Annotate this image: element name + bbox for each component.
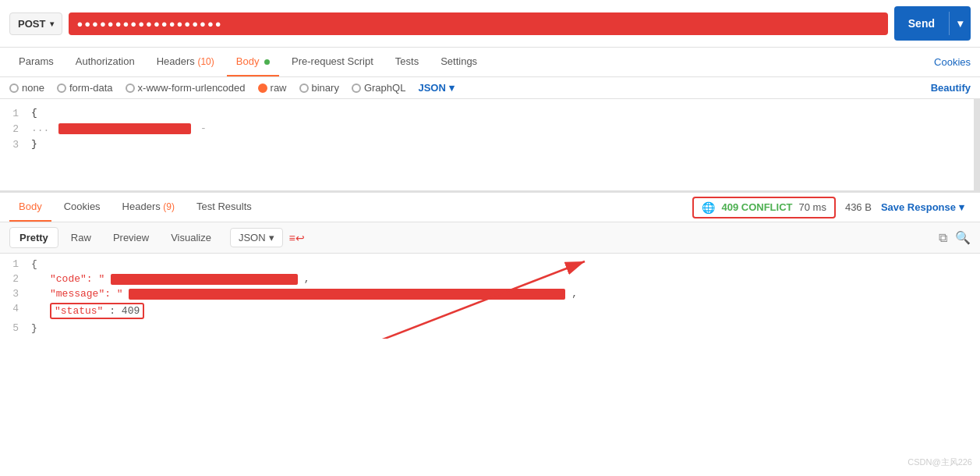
req-code-3: } (31, 138, 980, 150)
req-code-1: { (31, 107, 980, 119)
body-type-formdata[interactable]: form-data (57, 82, 113, 94)
resp-linenum-2: 2 (0, 273, 31, 285)
resp-tab-cookies[interactable]: Cookies (55, 193, 110, 222)
req-line-1: 1 { (0, 105, 980, 121)
response-body-code: 1 { 2 "code": " , 3 "message": " , (0, 254, 980, 339)
resp-message-redacted (129, 289, 565, 300)
body-type-graphql[interactable]: GraphQL (352, 82, 405, 94)
response-view-bar: Pretty Raw Preview Visualize JSON ▾ ≡↩ ⧉… (0, 222, 980, 254)
resp-line-3: 3 "message": " , (0, 286, 980, 301)
url-input[interactable] (69, 12, 887, 35)
request-code-inner: 1 { 2 ... - 3 } (0, 99, 980, 158)
body-type-binary[interactable]: binary (299, 82, 339, 94)
tab-prerequest[interactable]: Pre-request Script (282, 48, 383, 76)
resp-line-1: 1 { (0, 257, 980, 272)
radio-none-icon (9, 83, 19, 93)
resp-tab-body[interactable]: Body (9, 193, 51, 222)
globe-icon: 🌐 (702, 201, 715, 214)
tab-tests[interactable]: Tests (386, 48, 428, 76)
main-container: POST ▾ Send ▾ Params Authorization Heade… (0, 0, 980, 476)
body-active-dot (264, 59, 270, 65)
resp-tab-headers[interactable]: Headers (9) (113, 193, 184, 222)
response-size: 436 B (845, 201, 872, 213)
resp-code-5: } (31, 322, 980, 334)
resp-code-redacted (111, 274, 298, 285)
radio-graphql-icon (352, 83, 361, 93)
send-label: Send (894, 12, 949, 35)
url-bar: POST ▾ Send ▾ (0, 0, 980, 48)
response-section: Body Cookies Headers (9) Test Results 🌐 … (0, 193, 980, 339)
filter-icon[interactable]: ≡↩ (289, 232, 305, 244)
request-tabs: Params Authorization Headers (10) Body P… (0, 48, 980, 77)
search-icon[interactable]: 🔍 (955, 230, 971, 245)
resp-linenum-5: 5 (0, 322, 31, 334)
resp-code-3: "message": " , (31, 288, 980, 300)
response-tabs-bar: Body Cookies Headers (9) Test Results 🌐 … (0, 193, 980, 222)
radio-raw-icon (258, 83, 267, 93)
resp-format-chevron-icon: ▾ (269, 232, 274, 243)
resp-line-5: 5 } (0, 321, 980, 336)
method-label: POST (18, 18, 45, 30)
radio-urlencoded-icon (126, 83, 135, 93)
resp-json-dropdown[interactable]: JSON ▾ (230, 228, 283, 247)
resp-view-preview[interactable]: Preview (104, 228, 158, 247)
response-time: 70 ms (799, 201, 826, 213)
tab-settings[interactable]: Settings (431, 48, 486, 76)
resp-linenum-3: 3 (0, 288, 31, 300)
request-body-editor[interactable]: 1 { 2 ... - 3 } (0, 99, 980, 193)
body-type-raw[interactable]: raw (258, 82, 287, 94)
tab-params[interactable]: Params (9, 48, 63, 76)
send-dropdown-icon[interactable]: ▾ (949, 12, 971, 35)
resp-linenum-4: 4 (0, 303, 31, 314)
req-linenum-3: 3 (0, 138, 31, 151)
resp-code-4: "status" : 409 (31, 303, 980, 319)
watermark: CSDN@主风226 (907, 456, 972, 468)
status-value-box: "status" : 409 (50, 303, 144, 319)
req-editor-scrollbar[interactable] (974, 99, 980, 190)
resp-view-pretty[interactable]: Pretty (9, 227, 58, 248)
resp-code-1: { (31, 258, 980, 270)
req-redacted-bar (58, 123, 191, 134)
json-format-dropdown[interactable]: JSON ▾ (418, 82, 454, 94)
resp-line-2: 2 "code": " , (0, 272, 980, 286)
req-linenum-2: 2 (0, 123, 31, 135)
resp-format-label: JSON (239, 232, 266, 243)
tab-authorization[interactable]: Authorization (66, 48, 144, 76)
body-type-urlencoded[interactable]: x-www-form-urlencoded (126, 82, 246, 94)
save-response-label: Save Response (881, 201, 956, 213)
radio-formdata-icon (57, 83, 66, 93)
save-response-chevron-icon: ▾ (959, 201, 964, 213)
resp-code-2: "code": " , (31, 273, 980, 285)
body-types: none form-data x-www-form-urlencoded raw… (0, 77, 980, 99)
req-code-2: ... - (31, 123, 980, 134)
req-linenum-1: 1 (0, 107, 31, 119)
method-select[interactable]: POST ▾ (9, 12, 62, 35)
resp-tab-testresults[interactable]: Test Results (187, 193, 261, 222)
method-chevron-icon: ▾ (50, 20, 54, 28)
send-button[interactable]: Send ▾ (894, 6, 971, 41)
status-code-text: 409 CONFLICT (721, 201, 792, 213)
json-format-label: JSON (418, 82, 445, 94)
body-type-none[interactable]: none (9, 82, 44, 94)
cookies-link[interactable]: Cookies (934, 48, 971, 76)
status-area: 🌐 409 CONFLICT 70 ms 436 B Save Response… (686, 197, 971, 218)
resp-view-visualize[interactable]: Visualize (161, 228, 221, 247)
resp-line-4: 4 "status" : 409 (0, 301, 980, 321)
tab-headers[interactable]: Headers (10) (147, 48, 224, 76)
tab-body[interactable]: Body (227, 48, 279, 76)
save-response-button[interactable]: Save Response ▾ (881, 201, 964, 213)
req-line-2: 2 ... - (0, 121, 980, 137)
resp-linenum-1: 1 (0, 258, 31, 270)
req-line-3: 3 } (0, 137, 980, 152)
radio-binary-icon (299, 83, 309, 93)
copy-icon[interactable]: ⧉ (939, 231, 947, 245)
json-chevron-icon: ▾ (449, 82, 455, 94)
status-badge: 🌐 409 CONFLICT 70 ms (692, 197, 835, 218)
resp-view-raw[interactable]: Raw (62, 228, 101, 247)
beautify-button[interactable]: Beautify (931, 82, 971, 94)
status-key: "status" (55, 305, 103, 317)
